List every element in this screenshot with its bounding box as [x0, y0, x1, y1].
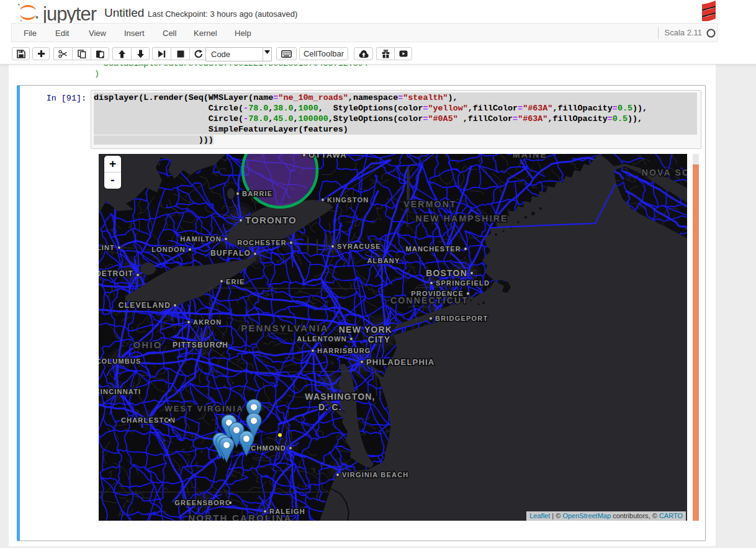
svg-text:ERIE: ERIE — [226, 278, 245, 285]
svg-text:FLINT: FLINT — [99, 244, 115, 251]
svg-text:VIRGINIA BEACH: VIRGINIA BEACH — [342, 471, 408, 478]
svg-text:CLEVELAND: CLEVELAND — [119, 301, 171, 310]
svg-text:SPRINGFIELD: SPRINGFIELD — [436, 279, 490, 287]
svg-text:SYRACUSE: SYRACUSE — [337, 243, 381, 250]
svg-text:D. C.: D. C. — [318, 402, 342, 412]
svg-text:AKRON: AKRON — [193, 318, 222, 326]
svg-text:COLUMBUS: COLUMBUS — [99, 357, 142, 365]
svg-text:OTTAWA: OTTAWA — [308, 154, 347, 159]
svg-text:PHILADELPHIA: PHILADELPHIA — [366, 357, 434, 367]
svg-text:BARRIE: BARRIE — [242, 190, 272, 197]
svg-text:BRIDGEPORT: BRIDGEPORT — [435, 315, 488, 322]
svg-text:GREENSBORO: GREENSBORO — [174, 499, 231, 506]
svg-text:ALLENTOWN: ALLENTOWN — [297, 335, 347, 343]
svg-text:LONDON: LONDON — [151, 246, 186, 253]
svg-text:WASHINGTON,: WASHINGTON, — [305, 392, 375, 402]
svg-text:OHIO: OHIO — [133, 339, 162, 350]
svg-text:WEST VIRGINIA: WEST VIRGINIA — [164, 404, 244, 413]
svg-text:TORONTO: TORONTO — [245, 215, 297, 225]
svg-text:MAINE: MAINE — [513, 154, 547, 159]
svg-text:NEW HAMPSHIRE: NEW HAMPSHIRE — [415, 213, 508, 223]
svg-text:PENNSYLVANIA: PENNSYLVANIA — [241, 323, 329, 333]
svg-text:NEW YORK: NEW YORK — [339, 325, 392, 335]
svg-text:DETROIT: DETROIT — [99, 269, 133, 278]
svg-text:ALBANY: ALBANY — [367, 257, 400, 264]
svg-text:MANCHESTER: MANCHESTER — [405, 245, 461, 253]
svg-text:ROCHESTER: ROCHESTER — [237, 239, 287, 246]
svg-text:NOVA SCO: NOVA SCO — [642, 168, 687, 177]
svg-text:HARRISBURG: HARRISBURG — [317, 347, 371, 354]
svg-text:CINCINNATI: CINCINNATI — [99, 388, 141, 395]
svg-text:CITY: CITY — [368, 335, 391, 344]
svg-text:CONNECTICUT: CONNECTICUT — [390, 295, 469, 305]
svg-text:BUFFALO: BUFFALO — [210, 249, 251, 258]
svg-text:BOSTON: BOSTON — [426, 268, 467, 278]
svg-text:KINGSTON: KINGSTON — [327, 196, 369, 204]
svg-text:NORTH CAROLINA: NORTH CAROLINA — [188, 513, 292, 521]
svg-text:VERMONT: VERMONT — [403, 199, 456, 209]
svg-text:HAMILTON: HAMILTON — [180, 235, 222, 243]
